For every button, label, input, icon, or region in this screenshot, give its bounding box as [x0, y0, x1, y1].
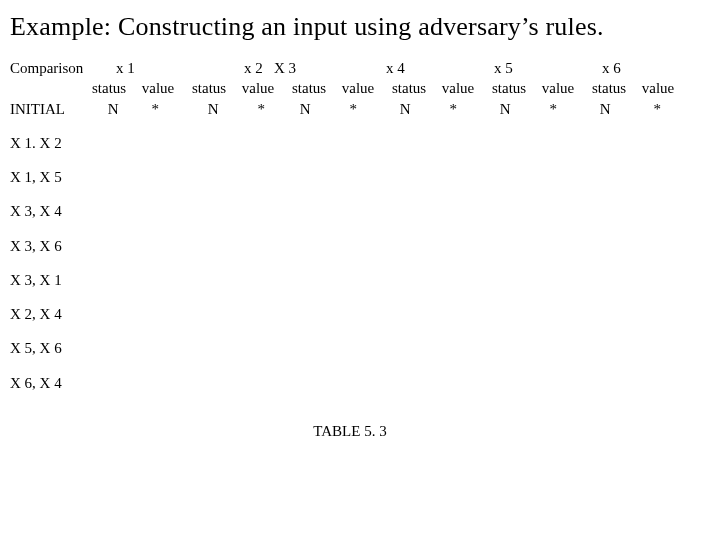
table-row: X 3, X 6	[10, 236, 710, 256]
status-header: status	[192, 78, 238, 98]
col-x3: X 3	[274, 58, 386, 78]
table-row: X 5, X 6	[10, 338, 710, 358]
status-header: status	[592, 78, 638, 98]
cell-status: N	[600, 99, 650, 119]
value-header: value	[142, 78, 188, 98]
header-row-2: status value status value status value s…	[10, 78, 710, 98]
cell-status: N	[108, 99, 148, 119]
table-row: X 6, X 4	[10, 373, 710, 393]
cell-value: *	[350, 99, 390, 119]
initial-label: INITIAL	[10, 99, 92, 119]
cell-value: *	[450, 99, 490, 119]
page-title: Example: Constructing an input using adv…	[10, 12, 710, 42]
comparison-header: Comparison	[10, 58, 92, 78]
header-row-1: Comparison x 1 x 2 X 3 x 4 x 5 x 6	[10, 58, 710, 78]
adversary-table: Comparison x 1 x 2 X 3 x 4 x 5 x 6 statu…	[10, 58, 710, 393]
table-row: X 3, X 4	[10, 201, 710, 221]
value-header: value	[642, 78, 688, 98]
col-x4: x 4	[386, 58, 494, 78]
cell-status: N	[400, 99, 446, 119]
cell-value: *	[258, 99, 290, 119]
table-row: X 1. X 2	[10, 133, 710, 153]
cell-status: N	[208, 99, 254, 119]
value-header: value	[242, 78, 288, 98]
table-row: X 2, X 4	[10, 304, 710, 324]
status-header: status	[392, 78, 438, 98]
col-x1: x 1	[116, 58, 244, 78]
table-row: X 1, X 5	[10, 167, 710, 187]
cell-value: *	[152, 99, 192, 119]
table-row: X 3, X 1	[10, 270, 710, 290]
col-x5: x 5	[494, 58, 602, 78]
status-header: status	[292, 78, 338, 98]
table-caption: TABLE 5. 3	[0, 423, 710, 440]
value-header: value	[442, 78, 488, 98]
value-header: value	[542, 78, 588, 98]
status-header: status	[92, 78, 138, 98]
cell-value: *	[550, 99, 590, 119]
initial-row: INITIAL N * N * N * N *	[10, 99, 710, 119]
cell-value: *	[654, 99, 674, 119]
cell-status: N	[300, 99, 346, 119]
col-x6: x 6	[602, 58, 621, 78]
col-x2: x 2	[244, 58, 274, 78]
status-header: status	[492, 78, 538, 98]
value-header: value	[342, 78, 388, 98]
cell-status: N	[500, 99, 546, 119]
